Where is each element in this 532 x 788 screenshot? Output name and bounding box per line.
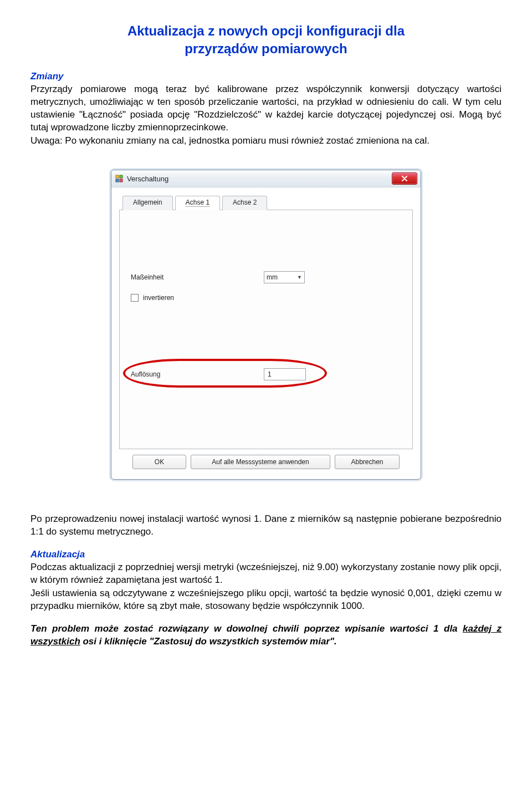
- section-heading-update: Aktualizacja: [30, 548, 502, 561]
- dialog-button-row: OK Auf alle Messsysteme anwenden Abbrech…: [119, 449, 413, 472]
- paragraph-note: Uwaga: Po wykonaniu zmiany na cal, jedno…: [30, 135, 502, 148]
- row-resolution: Auflösung 1: [131, 368, 306, 380]
- select-unit-value: mm: [267, 273, 278, 282]
- input-resolution[interactable]: 1: [264, 368, 306, 380]
- svg-rect-1: [120, 175, 122, 178]
- window-title: Verschaltung: [127, 174, 168, 184]
- window-body: Allgemein Achse 1 Achse 2 Maßeinheit mm …: [111, 187, 421, 479]
- label-resolution: Auflösung: [131, 370, 264, 379]
- dialog-screenshot: Verschaltung Allgemein Achse 1 Achse 2 M…: [111, 170, 421, 479]
- apply-all-button[interactable]: Auf alle Messsysteme anwenden: [191, 455, 330, 469]
- ok-button[interactable]: OK: [132, 455, 186, 469]
- solution-pre: Ten problem może zostać rozwiązany w dow…: [30, 623, 463, 634]
- section-heading-changes: Zmiany: [30, 70, 502, 83]
- paragraph-update-1: Podczas aktualizacji z poprzedniej wersj…: [30, 561, 502, 587]
- close-icon: [401, 176, 408, 181]
- close-button[interactable]: [392, 172, 417, 185]
- svg-rect-0: [116, 175, 119, 178]
- tab-achse-1[interactable]: Achse 1: [175, 196, 220, 210]
- label-unit: Maßeinheit: [131, 273, 264, 282]
- label-invert: invertieren: [143, 293, 174, 302]
- paragraph-solution: Ten problem może zostać rozwiązany w dow…: [30, 623, 502, 648]
- svg-rect-2: [116, 179, 119, 182]
- row-invert: invertieren: [131, 293, 174, 302]
- title-line-1: Aktualizacja z nowych opcji konfiguracji…: [127, 23, 405, 38]
- dialog-window: Verschaltung Allgemein Achse 1 Achse 2 M…: [111, 170, 421, 479]
- paragraph-intro: Przyrządy pomiarowe mogą teraz być kalib…: [30, 83, 502, 134]
- tabs-bar: Allgemein Achse 1 Achse 2: [119, 195, 413, 210]
- tab-panel: Maßeinheit mm ▼ invertieren Auflösung 1: [119, 210, 413, 449]
- cancel-button[interactable]: Abbrechen: [335, 455, 400, 469]
- paragraph-after-dialog: Po przeprowadzeniu nowej instalacji wart…: [30, 513, 502, 538]
- row-unit: Maßeinheit mm ▼: [131, 271, 305, 283]
- svg-rect-3: [120, 179, 122, 182]
- checkbox-invert[interactable]: [131, 294, 139, 302]
- solution-post: osi i kliknięcie "Zastosuj do wszystkich…: [80, 636, 337, 647]
- tab-achse-2[interactable]: Achse 2: [222, 196, 267, 210]
- select-unit[interactable]: mm ▼: [264, 271, 305, 283]
- window-titlebar: Verschaltung: [111, 170, 421, 187]
- chevron-down-icon: ▼: [297, 274, 302, 281]
- paragraph-update-2: Jeśli ustawienia są odczytywane z wcześn…: [30, 587, 502, 613]
- tab-allgemein[interactable]: Allgemein: [122, 196, 173, 210]
- window-app-icon: [115, 174, 124, 183]
- title-line-2: przyrządów pomiarowych: [185, 41, 347, 56]
- document-title: Aktualizacja z nowych opcji konfiguracji…: [30, 22, 502, 58]
